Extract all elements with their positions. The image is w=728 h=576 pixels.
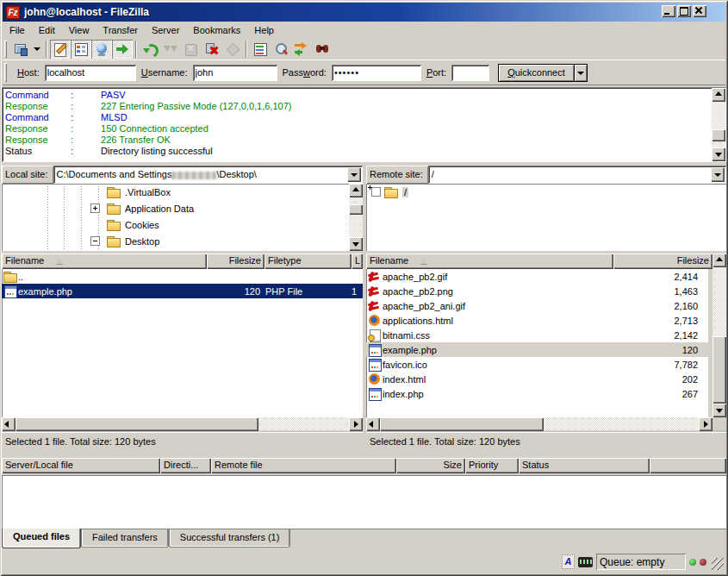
speed-limit-icon[interactable] [578, 557, 593, 567]
filter-button[interactable] [250, 40, 271, 59]
quickconnect-button[interactable]: Quickconnect [498, 64, 575, 82]
column-header-filesize[interactable]: Filesize [207, 254, 264, 269]
menu-server[interactable]: Server [145, 23, 186, 37]
column-header-direction[interactable]: Directi... [160, 458, 211, 473]
refresh-button[interactable] [140, 40, 160, 59]
reconnect-button[interactable] [222, 40, 243, 59]
scroll-left-icon[interactable] [2, 417, 16, 431]
file-row[interactable]: apache_pb2.gif2,414 [366, 269, 708, 284]
expand-icon[interactable] [90, 203, 100, 213]
message-log[interactable]: Command:PASV Response:227 Entering Passi… [2, 87, 726, 162]
scroll-down-icon[interactable] [712, 147, 725, 161]
column-header-filesize[interactable]: Filesize [613, 254, 712, 269]
scroll-thumb[interactable] [380, 417, 544, 431]
port-input[interactable] [451, 65, 489, 81]
menu-edit[interactable]: Edit [32, 23, 62, 37]
tree-item[interactable]: Cookies [2, 216, 349, 233]
site-manager-dropdown-button[interactable] [31, 40, 43, 59]
process-queue-button[interactable] [160, 40, 181, 59]
scroll-up-icon[interactable] [712, 254, 726, 267]
scroll-down-icon[interactable] [349, 237, 363, 251]
tab-successful-transfers[interactable]: Successful transfers (1) [169, 529, 291, 548]
file-row[interactable]: bitnami.css2,142 [366, 328, 708, 342]
local-file-list[interactable]: .. example.php 120 PHP File 1 [2, 269, 363, 417]
remote-file-list[interactable]: apache_pb2.gif2,414 apache_pb2.png1,463 … [366, 269, 708, 417]
cancel-operation-button[interactable] [181, 40, 202, 59]
tab-queued-files[interactable]: Queued files [2, 529, 81, 548]
directory-comparison-button[interactable] [271, 40, 291, 59]
maximize-button[interactable] [677, 5, 691, 17]
tree-item[interactable]: Desktop [2, 233, 349, 249]
data-type-indicator-icon[interactable]: A [562, 554, 575, 569]
scroll-up-icon[interactable] [712, 88, 725, 102]
toolbar-grip[interactable] [4, 41, 7, 58]
column-header-filetype[interactable]: Filetype [264, 254, 352, 269]
tab-failed-transfers[interactable]: Failed transfers [81, 529, 169, 548]
column-header-remote-file[interactable]: Remote file [211, 458, 396, 473]
password-input[interactable] [332, 65, 421, 81]
menu-file[interactable]: File [3, 23, 32, 37]
file-row[interactable]: index.html202 [366, 372, 708, 386]
expand-icon[interactable] [371, 187, 381, 197]
menu-help[interactable]: Help [247, 23, 281, 37]
quickconnect-dropdown-button[interactable] [575, 64, 588, 82]
combo-dropdown-icon[interactable] [347, 167, 361, 182]
scroll-left-icon[interactable] [366, 417, 380, 431]
scroll-down-icon[interactable] [712, 404, 726, 417]
scroll-thumb[interactable] [712, 336, 726, 404]
file-row[interactable]: apache_pb2_ani.gif2,160 [366, 298, 708, 313]
resize-grip[interactable] [712, 558, 724, 570]
menu-bookmarks[interactable]: Bookmarks [186, 23, 247, 37]
tree-item[interactable]: .VirtualBox [2, 184, 349, 200]
file-row[interactable]: index.php267 [366, 386, 708, 401]
scroll-right-icon[interactable] [349, 417, 363, 431]
toggle-remote-tree-button[interactable] [91, 40, 112, 59]
scroll-up-icon[interactable] [349, 184, 363, 197]
minimize-button[interactable] [662, 5, 675, 17]
tree-item[interactable]: Application Data [2, 200, 349, 216]
collapse-icon[interactable] [90, 236, 100, 246]
column-header-status[interactable]: Status [519, 458, 650, 473]
file-row[interactable]: .. [2, 269, 363, 284]
scroll-right-icon[interactable] [699, 417, 712, 431]
file-row[interactable]: example.php 120 PHP File 1 [2, 284, 363, 298]
menu-view[interactable]: View [62, 23, 96, 37]
file-row[interactable]: example.php120 [366, 342, 708, 357]
toggle-transfer-queue-button[interactable] [112, 40, 133, 59]
menu-transfer[interactable]: Transfer [96, 23, 145, 37]
local-tree-scrollbar[interactable] [349, 184, 363, 251]
remote-site-combobox[interactable]: / [428, 166, 726, 184]
synchronized-browsing-button[interactable] [291, 40, 312, 59]
titlebar[interactable]: Fz john@localhost - FileZilla [3, 3, 725, 22]
column-header-size[interactable]: Size [396, 458, 465, 473]
toggle-message-log-button[interactable] [50, 40, 71, 59]
host-input[interactable] [45, 65, 136, 81]
remote-list-hscrollbar[interactable] [366, 417, 712, 431]
site-manager-button[interactable] [10, 40, 31, 59]
column-header-filename[interactable]: Filename [366, 254, 613, 269]
disconnect-button[interactable] [202, 40, 222, 59]
column-header-server-local-file[interactable]: Server/Local file [2, 458, 160, 473]
file-row[interactable]: favicon.ico7,782 [366, 357, 708, 372]
column-header-lastmodified[interactable]: L [352, 254, 363, 269]
quickconnect-grip[interactable] [4, 63, 7, 82]
file-row[interactable]: applications.html2,713 [366, 313, 708, 328]
local-list-hscrollbar[interactable] [2, 417, 363, 431]
transfer-queue-list[interactable] [2, 475, 726, 529]
close-button[interactable] [693, 5, 706, 17]
toggle-local-tree-button[interactable] [71, 40, 91, 59]
scroll-thumb[interactable] [16, 417, 258, 431]
scroll-thumb[interactable] [349, 204, 363, 215]
column-header-filename[interactable]: Filename [2, 254, 207, 269]
column-header-priority[interactable]: Priority [465, 458, 519, 473]
tree-item[interactable]: / [366, 184, 726, 200]
file-row[interactable]: apache_pb2.png1,463 [366, 284, 708, 298]
local-site-combobox[interactable]: C:\Documents and Settings\Desktop\ [53, 166, 363, 184]
find-files-button[interactable] [312, 40, 333, 59]
local-directory-tree[interactable]: .VirtualBox Application Data Cookies Des… [2, 184, 363, 251]
scroll-thumb[interactable] [712, 129, 725, 141]
remote-directory-tree[interactable]: / [366, 184, 726, 251]
remote-list-scrollbar[interactable] [712, 254, 726, 417]
log-scrollbar[interactable] [712, 88, 725, 161]
username-input[interactable] [193, 65, 277, 81]
